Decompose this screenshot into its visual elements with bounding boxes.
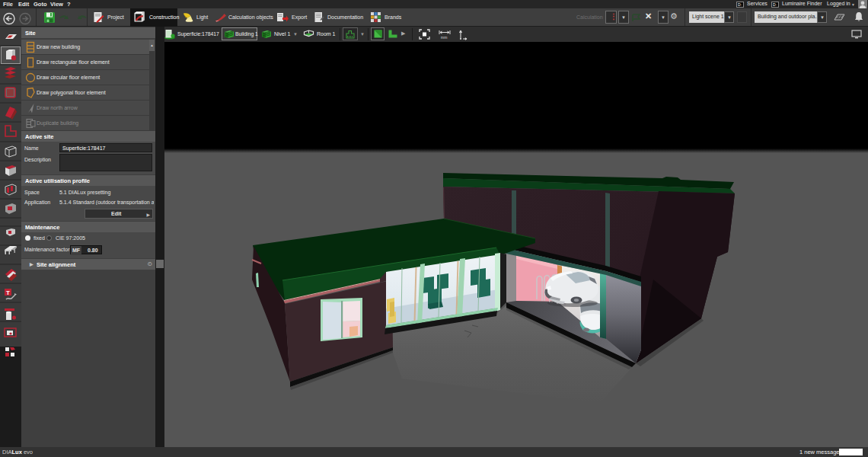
svg-text:mm: mm <box>441 35 447 40</box>
svg-text:T: T <box>6 289 10 296</box>
